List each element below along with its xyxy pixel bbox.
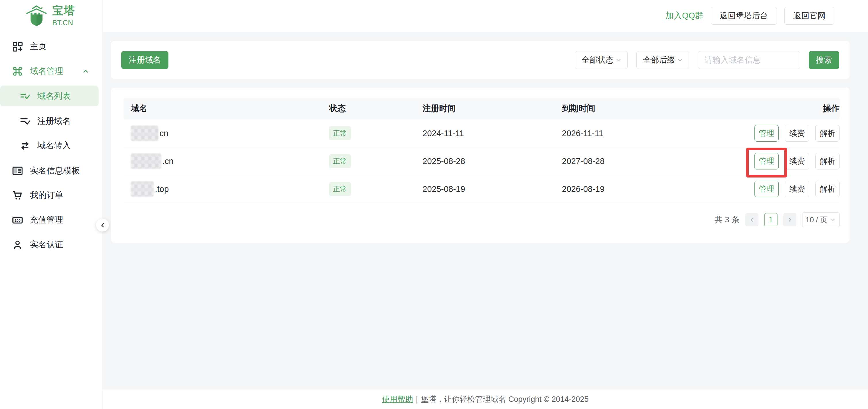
expires-date: 2026-11-11 xyxy=(562,129,701,138)
domain-suffix: .top xyxy=(155,184,169,194)
redacted-domain-block xyxy=(131,181,154,197)
dns-resolve-button[interactable]: 解析 xyxy=(815,153,840,169)
footer-copyright: 堡塔，让你轻松管理域名 Copyright © 2014-2025 xyxy=(421,394,589,404)
suffix-filter-value: 全部后缀 xyxy=(643,55,675,66)
next-page-button[interactable] xyxy=(783,213,797,226)
table-row: .top 正常 2025-08-19 2026-08-19 管理 续费 解析 xyxy=(124,175,840,203)
svg-text:100: 100 xyxy=(15,218,21,223)
domain-search-input[interactable] xyxy=(698,51,800,69)
sidebar-item-my-orders[interactable]: 我的订单 xyxy=(0,186,103,204)
register-domain-button[interactable]: 注册域名 xyxy=(121,51,168,69)
logo-subtitle: BT.CN xyxy=(52,19,75,27)
transfer-icon xyxy=(19,140,31,152)
redacted-domain-block xyxy=(131,154,161,169)
sidebar-item-label: 域名转入 xyxy=(37,140,71,151)
renew-button[interactable]: 续费 xyxy=(785,181,809,197)
expires-date: 2027-08-28 xyxy=(562,157,701,166)
registered-date: 2025-08-28 xyxy=(423,157,562,166)
page-number-current[interactable]: 1 xyxy=(764,213,777,226)
sidebar-item-home[interactable]: 主页 xyxy=(0,38,103,56)
footer: 使用帮助 | 堡塔，让你轻松管理域名 Copyright © 2014-2025 xyxy=(103,389,868,409)
chevron-down-icon xyxy=(615,56,622,64)
baota-shield-logo-icon xyxy=(25,3,48,28)
person-icon xyxy=(11,239,24,251)
dns-resolve-button[interactable]: 解析 xyxy=(815,181,840,197)
prev-page-button[interactable] xyxy=(745,213,758,226)
logo: 宝塔 BT.CN xyxy=(25,3,75,28)
suffix-filter-select[interactable]: 全部后缀 xyxy=(636,51,689,69)
sidebar: 宝塔 BT.CN 主页 域名管理 域名列表 xyxy=(0,0,103,409)
sidebar-item-realname-auth[interactable]: 实名认证 xyxy=(0,236,103,253)
registered-date: 2025-08-19 xyxy=(423,184,562,194)
manage-button[interactable]: 管理 xyxy=(754,125,779,142)
sidebar-item-label: 域名列表 xyxy=(37,91,71,102)
sidebar-item-label: 主页 xyxy=(30,41,46,52)
col-header-registered: 注册时间 xyxy=(423,103,562,114)
cart-icon xyxy=(11,189,24,201)
filters: 全部状态 全部后缀 搜索 xyxy=(575,51,839,69)
toolbar-card: 注册域名 全部状态 全部后缀 搜索 xyxy=(111,41,849,79)
sidebar-item-label: 域名管理 xyxy=(30,66,63,77)
chevron-left-icon xyxy=(748,216,755,223)
help-link[interactable]: 使用帮助 xyxy=(382,394,413,404)
back-to-panel-button[interactable]: 返回堡塔后台 xyxy=(711,7,777,25)
table-header-row: 域名 状态 注册时间 到期时间 操作 xyxy=(124,98,840,120)
sidebar-item-domain-management[interactable]: 域名管理 xyxy=(0,62,103,80)
registered-date: 2024-11-11 xyxy=(423,129,562,138)
chevron-down-icon xyxy=(830,216,836,223)
col-header-status: 状态 xyxy=(329,103,423,114)
banknote-icon: 100 xyxy=(11,214,24,226)
redacted-domain-block xyxy=(131,126,158,141)
status-badge: 正常 xyxy=(329,154,351,168)
sidebar-item-label: 实名信息模板 xyxy=(30,165,80,177)
chevron-right-icon xyxy=(786,216,793,223)
back-to-site-button[interactable]: 返回官网 xyxy=(784,7,834,25)
dns-resolve-button[interactable]: 解析 xyxy=(815,125,840,142)
chevron-up-icon xyxy=(81,67,90,75)
renew-button[interactable]: 续费 xyxy=(785,125,809,142)
table-row: .cn 正常 2025-08-28 2027-08-28 管理 续费 解析 xyxy=(124,147,840,175)
search-button[interactable]: 搜索 xyxy=(809,51,839,69)
status-badge: 正常 xyxy=(329,126,351,140)
expires-date: 2026-08-19 xyxy=(562,184,701,194)
status-badge: 正常 xyxy=(329,182,351,196)
col-header-domain: 域名 xyxy=(131,103,329,114)
dashboard-icon xyxy=(11,40,24,53)
sidebar-item-domain-list[interactable]: 域名列表 xyxy=(0,87,103,105)
total-count: 共 3 条 xyxy=(715,214,740,225)
sidebar-item-label: 实名认证 xyxy=(30,239,63,250)
domain-suffix: cn xyxy=(159,129,168,138)
status-filter-select[interactable]: 全部状态 xyxy=(575,51,628,69)
col-header-actions: 操作 xyxy=(701,103,840,114)
renew-button[interactable]: 续费 xyxy=(785,153,809,169)
domain-suffix: .cn xyxy=(162,157,174,166)
page-size-select[interactable]: 10 / 页 xyxy=(802,212,840,227)
sidebar-item-domain-transfer[interactable]: 域名转入 xyxy=(0,137,103,155)
manage-button[interactable]: 管理 xyxy=(754,153,779,169)
sidebar-item-register-domain[interactable]: 注册域名 xyxy=(0,112,103,130)
pagination: 共 3 条 1 10 / 页 xyxy=(124,212,840,227)
sidebar-item-label: 充值管理 xyxy=(30,214,63,226)
status-filter-value: 全部状态 xyxy=(582,55,614,66)
chevron-left-icon xyxy=(99,221,106,229)
list-check-icon xyxy=(19,90,31,102)
join-qq-group-link[interactable]: 加入QQ群 xyxy=(665,10,703,22)
sidebar-item-label: 我的订单 xyxy=(30,190,63,201)
table-row: cn 正常 2024-11-11 2026-11-11 管理 续费 解析 xyxy=(124,120,840,147)
sidebar-item-label: 注册域名 xyxy=(37,115,71,127)
sidebar-item-recharge[interactable]: 100 充值管理 xyxy=(0,211,103,229)
page-size-value: 10 / 页 xyxy=(806,215,828,225)
sidebar-collapse-button[interactable] xyxy=(96,218,109,232)
id-card-icon xyxy=(11,165,24,177)
footer-divider: | xyxy=(416,395,418,404)
list-check-icon xyxy=(19,115,31,127)
col-header-expires: 到期时间 xyxy=(562,103,701,114)
chevron-down-icon xyxy=(676,56,684,64)
command-icon xyxy=(11,65,24,77)
domain-table-card: 域名 状态 注册时间 到期时间 操作 cn 正常 2024-11-11 2026… xyxy=(111,88,849,243)
header-actions: 加入QQ群 返回堡塔后台 返回官网 xyxy=(665,7,834,25)
sidebar-item-realname-template[interactable]: 实名信息模板 xyxy=(0,162,103,180)
manage-button[interactable]: 管理 xyxy=(754,181,779,197)
logo-title: 宝塔 xyxy=(52,3,75,18)
